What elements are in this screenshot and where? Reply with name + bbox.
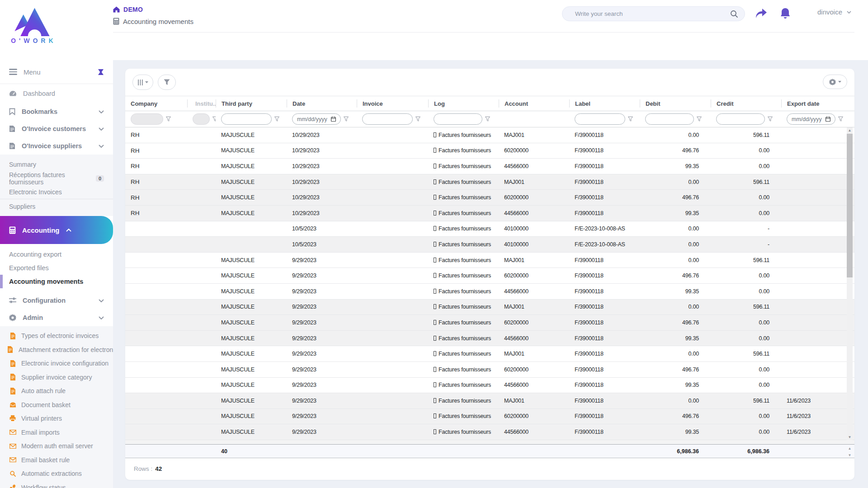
funnel-icon[interactable] — [838, 117, 843, 122]
sidebar-item-summary[interactable]: Summary — [0, 157, 113, 171]
table-row[interactable]: RH MAJUSCULE 10/29/2023 Factures fournis… — [125, 159, 854, 174]
funnel-icon[interactable] — [415, 117, 420, 122]
table-row[interactable]: 10/5/2023 Factures fournisseurs 40100000… — [125, 221, 854, 237]
app-logo[interactable]: O'WORK — [7, 4, 57, 44]
column-header-account[interactable]: Account — [499, 99, 569, 108]
sidebar-item-accounting-active[interactable]: Accounting — [0, 216, 113, 244]
sidebar-item-accounting-export[interactable]: Accounting export — [0, 248, 113, 261]
company-filter-input[interactable] — [131, 113, 163, 125]
sidebar-admin-item[interactable]: Email imports — [0, 426, 113, 440]
institution-filter-input[interactable] — [193, 113, 210, 125]
table-row[interactable]: MAJUSCULE 9/29/2023 Factures fournisseur… — [125, 378, 854, 394]
column-header-credit[interactable]: Credit — [711, 99, 781, 108]
table-row[interactable]: MAJUSCULE 9/29/2023 Factures fournisseur… — [125, 409, 854, 425]
table-toolbar — [125, 69, 854, 96]
label-filter-input[interactable] — [575, 113, 625, 125]
sidebar-admin-item[interactable]: Attachment extraction for electron — [0, 343, 113, 357]
column-header-log[interactable]: Log — [428, 99, 499, 108]
sidebar-admin-item[interactable]: Types of electronic invoices — [0, 329, 113, 343]
debit-filter-input[interactable] — [645, 113, 694, 125]
scroll-down-arrow[interactable]: ▼ — [847, 434, 853, 440]
columns-selector-button[interactable] — [132, 75, 153, 90]
horizontal-scrollbar-track[interactable] — [125, 440, 854, 445]
table-row[interactable]: RH MAJUSCULE 10/29/2023 Factures fournis… — [125, 143, 854, 159]
table-row[interactable]: MAJUSCULE 9/29/2023 Factures fournisseur… — [125, 300, 854, 315]
sidebar-item-receptions[interactable]: Réceptions factures fournisseurs 0 — [0, 171, 113, 185]
sidebar-admin-item[interactable]: Auto attach rule — [0, 384, 113, 398]
funnel-icon[interactable] — [212, 117, 216, 122]
missing-glyph-icon — [434, 398, 436, 403]
user-menu[interactable]: dinvoice — [817, 8, 851, 16]
column-header-export-date[interactable]: Export date — [781, 99, 847, 108]
table-row[interactable]: MAJUSCULE 9/29/2023 Factures fournisseur… — [125, 253, 854, 268]
funnel-icon[interactable] — [768, 117, 773, 122]
export-date-filter-input[interactable]: mm/dd/yyyy — [787, 113, 835, 125]
sidebar-item-admin[interactable]: Admin — [0, 309, 113, 326]
column-header-label[interactable]: Label — [569, 99, 640, 108]
vertical-scrollbar[interactable]: ▲ ▼ — [847, 127, 853, 440]
sidebar-admin-item[interactable]: Document basket — [0, 398, 113, 412]
search-input[interactable] — [575, 10, 730, 17]
envelope-icon — [9, 430, 16, 435]
funnel-icon[interactable] — [697, 117, 702, 122]
sidebar-item-exported-files[interactable]: Exported files — [0, 261, 113, 275]
funnel-icon[interactable] — [166, 117, 171, 122]
column-header-debit[interactable]: Debit — [640, 99, 711, 108]
sidebar-admin-item[interactable]: Supplier invoice category — [0, 371, 113, 385]
funnel-icon[interactable] — [628, 117, 633, 122]
sidebar-admin-item[interactable]: Email basket rule — [0, 453, 113, 467]
scrollbar-thumb[interactable] — [847, 134, 853, 277]
sidebar-admin-item[interactable]: Automatic extractions — [0, 467, 113, 481]
table-row[interactable]: MAJUSCULE 9/29/2023 Factures fournisseur… — [125, 346, 854, 362]
filter-button[interactable] — [158, 75, 176, 90]
sidebar-item-oinvoice-suppliers[interactable]: O'Invoice suppliers — [0, 137, 113, 155]
scroll-up-arrow[interactable]: ▲ — [848, 446, 852, 450]
table-row[interactable]: MAJUSCULE 9/29/2023 Factures fournisseur… — [125, 284, 854, 300]
column-header-company[interactable]: Company — [125, 99, 187, 108]
sidebar-item-configuration[interactable]: Configuration — [0, 292, 113, 309]
table-row[interactable]: MAJUSCULE 9/29/2023 Factures fournisseur… — [125, 424, 854, 440]
funnel-icon[interactable] — [274, 117, 279, 122]
column-header-invoice[interactable]: Invoice — [357, 99, 428, 108]
sidebar-item-oinvoice-customers[interactable]: O'Invoice customers — [0, 120, 113, 137]
column-header-institution[interactable]: Institu... — [187, 99, 216, 108]
table-row[interactable]: 10/5/2023 Factures fournisseurs 40100000… — [125, 237, 854, 253]
log-filter-input[interactable] — [434, 113, 482, 125]
sidebar-admin-item[interactable]: Electronic invoice configuration — [0, 357, 113, 371]
table-row[interactable]: MAJUSCULE 9/29/2023 Factures fournisseur… — [125, 393, 854, 409]
table-row[interactable]: RH MAJUSCULE 10/29/2023 Factures fournis… — [125, 174, 854, 190]
invoice-filter-input[interactable] — [362, 113, 413, 125]
sidebar-admin-item[interactable]: Workflow status — [0, 481, 113, 488]
table-row[interactable]: RH MAJUSCULE 10/29/2023 Factures fournis… — [125, 190, 854, 206]
date-filter-input[interactable]: mm/dd/yyyy — [292, 113, 341, 125]
table-row[interactable]: MAJUSCULE 9/29/2023 Factures fournisseur… — [125, 268, 854, 284]
column-header-third-party[interactable]: Third party — [216, 99, 287, 108]
sidebar-item-dashboard[interactable]: Dashboard — [0, 84, 113, 103]
menu-toggle[interactable]: Menu — [0, 60, 113, 84]
credit-filter-input[interactable] — [716, 113, 765, 125]
sidebar-admin-item[interactable]: Modern auth email server — [0, 439, 113, 453]
scroll-up-arrow[interactable]: ▲ — [847, 127, 853, 133]
sidebar-item-electronic-invoices[interactable]: Electronic Invoices — [0, 185, 113, 199]
scroll-down-arrow[interactable]: ▼ — [848, 453, 852, 457]
search-icon[interactable] — [730, 10, 738, 18]
breadcrumb-page[interactable]: Accounting movements — [113, 16, 193, 26]
table-row[interactable]: MAJUSCULE 9/29/2023 Factures fournisseur… — [125, 331, 854, 347]
third-party-filter-input[interactable] — [221, 113, 272, 125]
table-row[interactable]: RH MAJUSCULE 10/29/2023 Factures fournis… — [125, 206, 854, 221]
sidebar-item-accounting-movements[interactable]: Accounting movements — [0, 275, 113, 288]
funnel-icon[interactable] — [344, 117, 349, 122]
funnel-icon[interactable] — [485, 117, 490, 122]
sidebar-admin-item[interactable]: Virtual printers — [0, 412, 113, 426]
sidebar-item-suppliers[interactable]: Suppliers — [0, 199, 113, 213]
table-row[interactable]: RH MAJUSCULE 10/29/2023 Factures fournis… — [125, 127, 854, 143]
column-header-date[interactable]: Date — [287, 99, 357, 108]
table-row[interactable]: MAJUSCULE 9/29/2023 Factures fournisseur… — [125, 315, 854, 331]
share-icon[interactable] — [754, 7, 768, 19]
bell-icon[interactable] — [779, 7, 791, 20]
table-row[interactable]: MAJUSCULE 9/29/2023 Factures fournisseur… — [125, 362, 854, 378]
table-settings-button[interactable] — [823, 75, 847, 89]
sidebar-item-bookmarks[interactable]: Bookmarks — [0, 103, 113, 120]
pin-icon[interactable] — [98, 69, 104, 75]
breadcrumb-home[interactable]: DEMO — [113, 5, 193, 14]
